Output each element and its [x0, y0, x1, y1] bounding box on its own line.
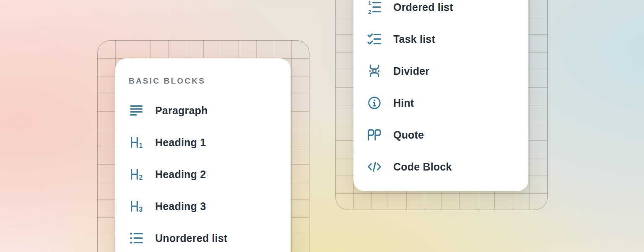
- menu-item-label: Unordered list: [155, 232, 227, 244]
- svg-text:2: 2: [139, 174, 143, 181]
- menu-item-label: Heading 1: [155, 136, 206, 149]
- menu-item-task-list[interactable]: Task list: [353, 23, 528, 55]
- menu-item-quote[interactable]: Quote: [353, 119, 528, 151]
- ordered-list-icon: 1 2: [367, 0, 382, 14]
- menu-item-label: Task list: [393, 33, 435, 45]
- menu-item-label: Quote: [393, 129, 424, 141]
- svg-text:2: 2: [368, 9, 371, 14]
- basic-blocks-panel: BASIC BLOCKS Paragraph 1 Heading 1 2: [115, 58, 291, 252]
- menu-item-ordered-list[interactable]: 1 2 Ordered list: [353, 0, 528, 23]
- menu-item-label: Paragraph: [155, 105, 208, 117]
- heading-2-icon: 2: [129, 167, 143, 181]
- menu-item-label: Code Block: [393, 161, 452, 173]
- svg-text:1: 1: [139, 142, 143, 149]
- background-gradient: BASIC BLOCKS Paragraph 1 Heading 1 2: [0, 0, 644, 252]
- code-block-icon: [367, 160, 382, 174]
- menu-item-label: Divider: [393, 65, 429, 77]
- menu-item-heading-2[interactable]: 2 Heading 2: [115, 158, 291, 190]
- menu-item-code-block[interactable]: Code Block: [353, 151, 528, 183]
- heading-3-icon: 3: [129, 199, 143, 213]
- svg-text:1: 1: [368, 0, 371, 6]
- svg-text:3: 3: [139, 206, 143, 213]
- divider-icon: [367, 64, 382, 78]
- menu-item-hint[interactable]: Hint: [353, 87, 528, 119]
- menu-item-label: Heading 2: [155, 168, 206, 181]
- menu-item-divider[interactable]: Divider: [353, 55, 528, 87]
- heading-1-icon: 1: [129, 135, 143, 150]
- menu-item-paragraph[interactable]: Paragraph: [115, 94, 291, 126]
- menu-item-heading-3[interactable]: 3 Heading 3: [115, 190, 291, 222]
- menu-item-heading-1[interactable]: 1 Heading 1: [115, 126, 291, 158]
- section-title-basic-blocks: BASIC BLOCKS: [129, 76, 277, 86]
- paragraph-icon: [129, 103, 143, 118]
- task-list-icon: [367, 32, 382, 46]
- quote-icon: [367, 128, 382, 142]
- unordered-list-icon: [129, 231, 143, 245]
- menu-item-unordered-list[interactable]: Unordered list: [115, 222, 291, 252]
- menu-item-label: Hint: [393, 97, 414, 109]
- menu-item-label: Heading 3: [155, 200, 206, 213]
- blocks-panel-right: 1 2 Ordered list Task list: [353, 0, 528, 191]
- menu-item-label: Ordered list: [393, 1, 453, 13]
- hint-icon: [367, 96, 382, 110]
